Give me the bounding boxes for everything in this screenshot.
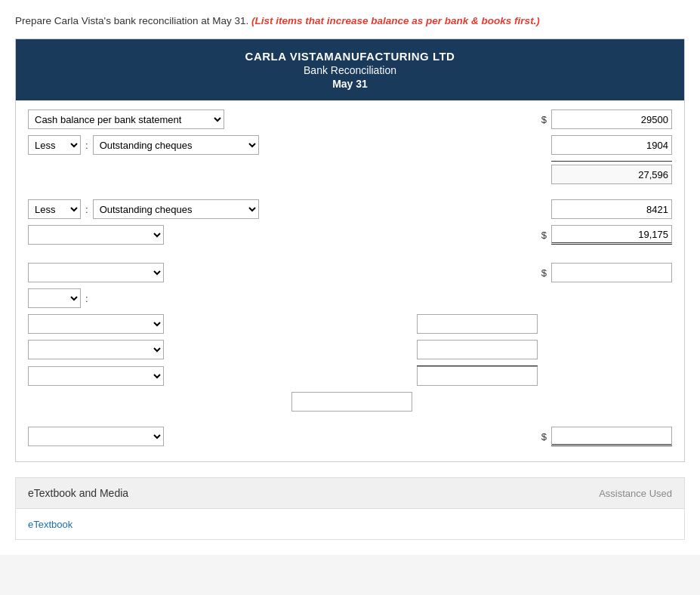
footer-bar: eTextbook and Media Assistance Used [15,477,685,509]
doc-title: Bank Reconciliation [23,64,677,76]
outstanding1-input[interactable] [551,135,672,155]
dollar-sign-3: $ [541,267,547,279]
assistance-label: Assistance Used [599,488,672,499]
adj2-row [28,340,672,359]
empty-select1[interactable] [28,225,164,245]
footer-links: eTextbook [15,509,685,540]
outstanding2-input[interactable] [551,199,672,219]
adjuster-left: : [28,288,345,308]
bank-balance-left: Cash balance per bank statement [28,109,345,129]
colon1: : [85,140,88,151]
subtotal2-right: $ [350,225,672,245]
colon2: : [85,204,88,215]
bank-balance-select[interactable]: Cash balance per bank statement [28,109,224,129]
adj3-select[interactable] [28,366,164,386]
subtotal2-input[interactable] [551,225,672,245]
final-right: $ [350,427,672,446]
final-select[interactable] [28,427,164,446]
books-balance-left [28,263,345,282]
less1-right [350,135,672,155]
subtotal2-row: $ [28,225,672,245]
less1-left: Less : Outstanding cheques [28,135,345,155]
adj2-input[interactable] [417,340,538,359]
books-balance-row: $ [28,263,672,282]
mid-subtotal-input[interactable] [291,392,412,412]
books-balance-input[interactable] [551,263,672,282]
less2-select[interactable]: Less [28,199,81,219]
adj1-input[interactable] [417,314,538,334]
adj2-select[interactable] [28,340,164,359]
table-body: Cash balance per bank statement $ Less :… [16,100,684,461]
etextbook-link[interactable]: eTextbook [28,519,72,530]
adj3-left [28,366,345,386]
less1-row: Less : Outstanding cheques [28,135,672,155]
colon3: : [85,293,88,304]
subtotal1-input[interactable] [551,165,672,184]
dollar-sign-1: $ [541,114,547,125]
subtotal1-row [28,165,672,184]
final-row: $ [28,427,672,446]
adj1-row [28,314,672,334]
dollar-sign-2: $ [541,230,547,241]
outstanding1-select[interactable]: Outstanding cheques [93,135,259,155]
company-name: CARLA VISTAMANUFACTURING LTD [23,50,677,63]
dollar-sign-4: $ [541,431,547,442]
instruction-highlight: (List items that increase balance as per… [251,15,540,26]
etextbook-media-label: eTextbook and Media [28,487,128,499]
subtotal2-left [28,225,345,245]
small-select[interactable] [28,288,81,308]
less2-row: Less : Outstanding cheques [28,199,672,219]
outstanding2-select[interactable]: Outstanding cheques [93,199,259,219]
final-input[interactable] [551,427,672,446]
final-left [28,427,345,446]
bank-balance-row: Cash balance per bank statement $ [28,109,672,129]
less2-left: Less : Outstanding cheques [28,199,345,219]
adj1-left [28,314,345,334]
books-balance-right: $ [350,263,672,282]
adj2-left [28,340,345,359]
bank-balance-input[interactable] [551,109,672,129]
table-header: CARLA VISTAMANUFACTURING LTD Bank Reconc… [16,39,684,100]
adjuster-row: : [28,288,672,308]
less2-right [350,199,672,219]
doc-date: May 31 [23,78,677,90]
adj3-row [28,365,672,386]
empty-select2[interactable] [28,263,164,282]
instruction-text: Prepare Carla Vista's bank reconciliatio… [15,15,685,26]
adj1-select[interactable] [28,314,164,334]
reconciliation-table: CARLA VISTAMANUFACTURING LTD Bank Reconc… [15,39,685,462]
less1-select[interactable]: Less [28,135,81,155]
bank-balance-right: $ [350,109,672,129]
adj3-input[interactable] [417,366,538,386]
